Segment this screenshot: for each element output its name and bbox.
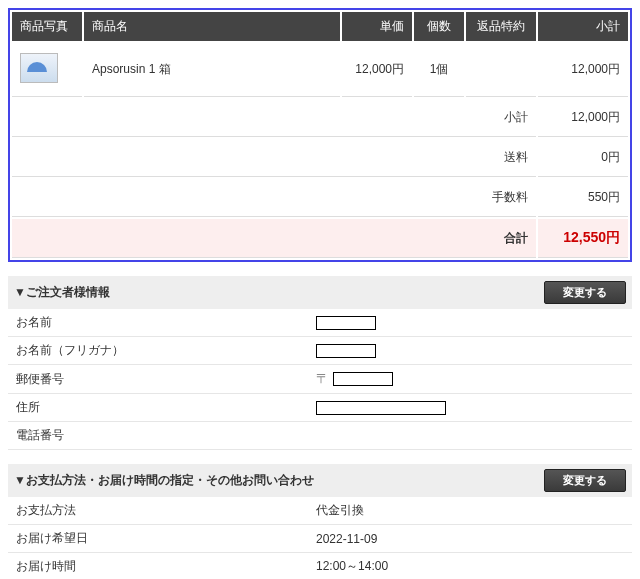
col-photo: 商品写真: [12, 12, 82, 41]
change-payment-button[interactable]: 変更する: [544, 469, 626, 492]
orderer-section: ▼ご注文者様情報 変更する お名前 お名前（フリガナ） 郵便番号 〒 住所 電話…: [8, 276, 632, 450]
product-thumbnail: [20, 53, 58, 83]
postal-icon: 〒: [316, 370, 329, 388]
change-orderer-button[interactable]: 変更する: [544, 281, 626, 304]
orderer-postal-value: [333, 372, 393, 386]
delivery-time-value: 12:00～14:00: [308, 553, 632, 579]
order-summary-table: 商品写真 商品名 単価 個数 返品特約 小計 Apsorusin 1 箱 12,…: [8, 8, 632, 262]
orderer-postal-label: 郵便番号: [8, 366, 308, 393]
delivery-time-label: お届け時間: [8, 553, 308, 579]
summary-subtotal-row: 小計 12,000円: [12, 99, 628, 137]
summary-total-row: 合計 12,550円: [12, 219, 628, 258]
col-qty: 個数: [414, 12, 464, 41]
orderer-name-value: [316, 316, 376, 330]
orderer-postal-row: 郵便番号 〒: [8, 365, 632, 394]
orderer-heading: ▼ご注文者様情報: [14, 284, 110, 301]
orderer-kana-row: お名前（フリガナ）: [8, 337, 632, 365]
summary-subtotal-value: 12,000円: [538, 99, 628, 137]
delivery-date-value: 2022-11-09: [308, 527, 632, 551]
orderer-address-row: 住所: [8, 394, 632, 422]
summary-fee-label: 手数料: [12, 179, 536, 217]
col-return: 返品特約: [466, 12, 536, 41]
delivery-date-label: お届け希望日: [8, 525, 308, 552]
col-price: 単価: [342, 12, 412, 41]
product-price: 12,000円: [342, 43, 412, 97]
summary-fee-value: 550円: [538, 179, 628, 217]
payment-method-row: お支払方法 代金引換: [8, 497, 632, 525]
summary-subtotal-label: 小計: [12, 99, 536, 137]
orderer-kana-value: [316, 344, 376, 358]
order-item-row: Apsorusin 1 箱 12,000円 1個 12,000円: [12, 43, 628, 97]
payment-heading: ▼お支払方法・お届け時間の指定・その他お問い合わせ: [14, 472, 314, 489]
delivery-date-row: お届け希望日 2022-11-09: [8, 525, 632, 553]
product-return: [466, 43, 536, 97]
payment-section: ▼お支払方法・お届け時間の指定・その他お問い合わせ 変更する お支払方法 代金引…: [8, 464, 632, 579]
summary-total-label: 合計: [12, 219, 536, 258]
summary-fee-row: 手数料 550円: [12, 179, 628, 217]
summary-total-value: 12,550円: [538, 219, 628, 258]
payment-method-label: お支払方法: [8, 497, 308, 524]
orderer-address-value: [316, 401, 446, 415]
col-subtotal: 小計: [538, 12, 628, 41]
orderer-name-label: お名前: [8, 309, 308, 336]
orderer-name-row: お名前: [8, 309, 632, 337]
orderer-phone-value: [308, 431, 632, 441]
orderer-phone-row: 電話番号: [8, 422, 632, 449]
product-subtotal: 12,000円: [538, 43, 628, 97]
col-name: 商品名: [84, 12, 340, 41]
delivery-time-row: お届け時間 12:00～14:00: [8, 553, 632, 579]
product-name: Apsorusin 1 箱: [84, 43, 340, 97]
payment-method-value: 代金引換: [308, 497, 632, 524]
product-qty: 1個: [414, 43, 464, 97]
summary-shipping-row: 送料 0円: [12, 139, 628, 177]
orderer-phone-label: 電話番号: [8, 422, 308, 449]
summary-shipping-value: 0円: [538, 139, 628, 177]
orderer-address-label: 住所: [8, 394, 308, 421]
summary-shipping-label: 送料: [12, 139, 536, 177]
orderer-kana-label: お名前（フリガナ）: [8, 337, 308, 364]
